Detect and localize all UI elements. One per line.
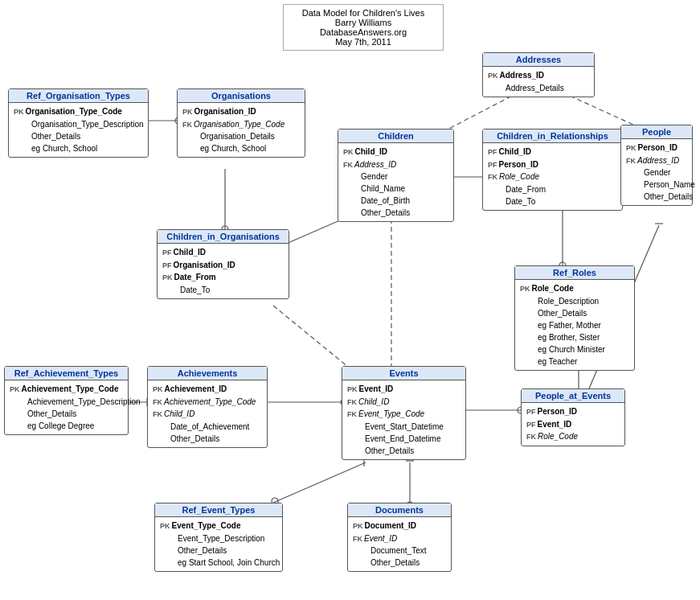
entity-body-children-in-organisations: PFChild_ID PFOrganisation_ID PKDate_From…	[158, 244, 289, 298]
title-line4: May 7th, 2011	[292, 37, 435, 47]
entity-body-ref-event-types: PKEvent_Type_Code Event_Type_Description…	[155, 517, 282, 571]
entity-header-documents: Documents	[348, 503, 451, 517]
entity-body-ref-achievement-types: PKAchievement_Type_Code Achievement_Type…	[5, 380, 128, 434]
entity-body-people: PKPerson_ID FKAddress_ID Gender Person_N…	[621, 139, 692, 205]
entity-header-children: Children	[338, 129, 453, 143]
svg-line-57	[273, 462, 366, 503]
entity-documents: Documents PKDocument_ID FKEvent_ID Docum…	[347, 503, 452, 572]
title-box: Data Model for Children's Lives Barry Wi…	[283, 4, 444, 51]
entity-body-ref-organisation-types: PKOrganisation_Type_Code Organisation_Ty…	[9, 103, 148, 157]
canvas: Data Model for Children's Lives Barry Wi…	[0, 0, 700, 600]
entity-children: Children PKChild_ID FKAddress_ID Gender …	[338, 129, 454, 222]
entity-body-achievements: PKAchievement_ID FKAchievement_Type_Code…	[148, 380, 267, 447]
entity-ref-event-types: Ref_Event_Types PKEvent_Type_Code Event_…	[154, 503, 283, 572]
entity-organisations: Organisations PKOrganisation_ID FKOrgani…	[177, 88, 305, 158]
entity-body-ref-roles: PKRole_Code Role_Description Other_Detai…	[515, 280, 634, 370]
entity-header-organisations: Organisations	[178, 89, 305, 103]
entity-header-ref-event-types: Ref_Event_Types	[155, 503, 282, 517]
entity-header-ref-achievement-types: Ref_Achievement_Types	[5, 367, 128, 380]
entity-ref-organisation-types: Ref_Organisation_Types PKOrganisation_Ty…	[8, 88, 149, 158]
entity-header-ref-organisation-types: Ref_Organisation_Types	[9, 89, 148, 103]
entity-body-addresses: PKAddress_ID Address_Details	[483, 67, 594, 97]
entity-header-people: People	[621, 125, 692, 139]
entity-header-people-at-events: People_at_Events	[522, 389, 624, 403]
entity-header-addresses: Addresses	[483, 53, 594, 67]
entity-header-events: Events	[342, 367, 465, 380]
entity-header-ref-roles: Ref_Roles	[515, 266, 634, 280]
entity-achievements: Achievements PKAchievement_ID FKAchievem…	[147, 366, 268, 448]
title-line2: Barry Williams	[292, 18, 435, 27]
entity-people: People PKPerson_ID FKAddress_ID Gender P…	[620, 125, 693, 206]
entity-addresses: Addresses PKAddress_ID Address_Details	[482, 52, 595, 97]
entity-ref-roles: Ref_Roles PKRole_Code Role_Description O…	[514, 265, 635, 371]
entity-body-children: PKChild_ID FKAddress_ID Gender Child_Nam…	[338, 143, 453, 221]
entity-body-events: PKEvent_ID FKChild_ID FKEvent_Type_Code …	[342, 380, 465, 459]
entity-body-children-in-relationships: PFChild_ID PFPerson_ID FKRole_Code Date_…	[483, 143, 622, 210]
entity-children-in-organisations: Children_in_Organisations PFChild_ID PFO…	[157, 229, 289, 299]
entity-header-children-in-organisations: Children_in_Organisations	[158, 230, 289, 244]
entity-ref-achievement-types: Ref_Achievement_Types PKAchievement_Type…	[4, 366, 129, 435]
entity-children-in-relationships: Children_in_Relationships PFChild_ID PFP…	[482, 129, 623, 211]
entity-body-documents: PKDocument_ID FKEvent_ID Document_Text O…	[348, 517, 451, 571]
entity-people-at-events: People_at_Events PFPerson_ID PFEvent_ID …	[521, 388, 625, 446]
entity-header-children-in-relationships: Children_in_Relationships	[483, 129, 622, 143]
entity-events: Events PKEvent_ID FKChild_ID FKEvent_Typ…	[342, 366, 466, 460]
title-line1: Data Model for Children's Lives	[292, 8, 435, 18]
title-line3: DatabaseAnswers.org	[292, 27, 435, 37]
entity-body-organisations: PKOrganisation_ID FKOrganisation_Type_Co…	[178, 103, 305, 157]
entity-body-people-at-events: PFPerson_ID PFEvent_ID FKRole_Code	[522, 403, 624, 446]
entity-header-achievements: Achievements	[148, 367, 267, 380]
